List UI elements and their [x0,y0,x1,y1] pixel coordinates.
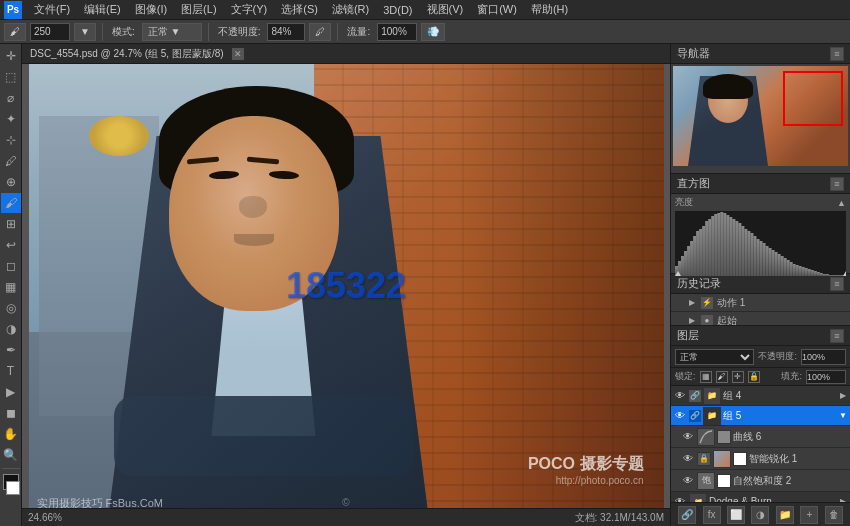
svg-rect-10 [705,221,708,276]
layer-link-btn[interactable]: 🔗 [678,506,696,524]
options-bar: 🖌 ▼ 模式: 正常 ▼ 不透明度: 🖊 流量: 💨 [0,20,850,44]
layer-vis-group4[interactable]: 👁 [673,389,687,403]
pen-tool[interactable]: ✒ [1,340,21,360]
airbrush-btn[interactable]: 💨 [421,23,445,41]
zoom-tool[interactable]: 🔍 [1,445,21,465]
opacity-input[interactable] [267,23,305,41]
menu-3d[interactable]: 3D(D) [377,3,418,17]
layer-mask-btn[interactable]: ⬜ [727,506,745,524]
canvas-content[interactable]: 185322 POCO 摄影专题 http://photo.poco.cn 实用… [22,64,670,508]
menu-select[interactable]: 选择(S) [275,1,324,18]
histogram-menu-btn[interactable]: ≡ [830,177,844,191]
layer-group-btn[interactable]: 📁 [776,506,794,524]
opacity-jitter-btn[interactable]: 🖊 [309,23,331,41]
svg-rect-21 [738,223,741,276]
layer-fx-btn[interactable]: fx [703,506,721,524]
navigator-menu-btn[interactable]: ≡ [830,47,844,61]
dodge-tool[interactable]: ◑ [1,319,21,339]
move-tool[interactable]: ✛ [1,46,21,66]
history-list[interactable]: ▶ ⚡ 动作 1 ▶ ● 起始 ▶ ● scharf ▶ ● auto1 [671,294,850,325]
histogram-content: 亮度 ▲ [671,194,850,269]
spot-heal-tool[interactable]: ⊕ [1,172,21,192]
layer-vis-curve6[interactable]: 👁 [681,430,695,444]
layer-group-5[interactable]: 👁 🔗 📁 组 5 ▼ [671,406,850,426]
layer-vibrance[interactable]: 👁 饱 自然饱和度 2 [671,470,850,492]
layers-menu-btn[interactable]: ≡ [830,329,844,343]
layer-vis-smart1[interactable]: 👁 [681,452,695,466]
history-brush-tool[interactable]: ↩ [1,235,21,255]
layer-curve6[interactable]: 👁 曲线 6 [671,426,850,448]
eraser-tool[interactable]: ◻ [1,256,21,276]
close-tab-btn[interactable]: ✕ [232,48,244,60]
layer-group-4[interactable]: 👁 🔗 📁 组 4 ▶ [671,386,850,406]
histogram-header: 直方图 ≡ [671,174,850,194]
hand-tool[interactable]: ✋ [1,424,21,444]
magic-wand-tool[interactable]: ✦ [1,109,21,129]
navigator-header: 导航器 ≡ [671,44,850,64]
marquee-tool[interactable]: ⬚ [1,67,21,87]
svg-rect-32 [772,250,775,276]
right-eye [268,170,298,180]
blur-tool[interactable]: ◎ [1,298,21,318]
menu-window[interactable]: 窗口(W) [471,1,523,18]
lasso-tool[interactable]: ⌀ [1,88,21,108]
layer-vis-db[interactable]: 👁 [673,495,687,503]
lock-transparent-btn[interactable]: ▦ [700,371,712,383]
eyedropper-tool[interactable]: 🖊 [1,151,21,171]
svg-rect-42 [802,267,805,276]
history-menu-btn[interactable]: ≡ [830,277,844,291]
layer-lock-smart1: 🔒 [697,452,711,466]
layer-vis-group5[interactable]: 👁 [673,409,687,423]
svg-rect-46 [814,271,817,276]
history-item-1[interactable]: ▶ ● 起始 [671,312,850,325]
path-select-tool[interactable]: ▶ [1,382,21,402]
opacity-value-input[interactable] [801,349,846,365]
layer-adjustment-btn[interactable]: ◑ [751,506,769,524]
menu-view[interactable]: 视图(V) [421,1,470,18]
expand-group5[interactable]: ▼ [838,411,848,421]
blend-mode-select[interactable]: 正常 溶解 正片叠底 [675,349,754,365]
flow-input[interactable] [377,23,417,41]
menu-type[interactable]: 文字(Y) [225,1,274,18]
menu-layer[interactable]: 图层(L) [175,1,222,18]
history-item-0[interactable]: ▶ ⚡ 动作 1 [671,294,850,312]
brush-tool[interactable]: 🖌 [1,193,21,213]
menu-filter[interactable]: 滤镜(R) [326,1,375,18]
fill-value-input[interactable] [806,370,846,384]
svg-rect-3 [684,251,687,276]
svg-rect-19 [732,219,735,276]
expand-group4[interactable]: ▶ [838,391,848,401]
type-tool[interactable]: T [1,361,21,381]
menu-edit[interactable]: 编辑(E) [78,1,127,18]
copyright-mark: © [342,497,349,508]
navigator-preview[interactable]: − + [673,66,848,166]
gradient-tool[interactable]: ▦ [1,277,21,297]
canvas-tab-title: DSC_4554.psd @ 24.7% (组 5, 图层蒙版/8) [30,47,224,61]
layers-list[interactable]: 👁 🔗 📁 组 4 ▶ 👁 🔗 📁 组 5 ▼ 👁 [671,386,850,502]
zoom-info: 24.66% [28,512,62,523]
layer-name-smart1: 智能锐化 1 [749,452,847,466]
shape-tool[interactable]: ◼ [1,403,21,423]
layer-new-btn[interactable]: + [800,506,818,524]
lock-brush-btn[interactable]: 🖌 [716,371,728,383]
lock-all-btn[interactable]: 🔒 [748,371,760,383]
histogram-title: 直方图 [677,176,710,191]
brush-preset-btn[interactable]: ▼ [74,23,96,41]
menu-file[interactable]: 文件(F) [28,1,76,18]
photo-container: 185322 POCO 摄影专题 http://photo.poco.cn 实用… [29,64,664,508]
brush-tool-icon[interactable]: 🖌 [4,23,26,41]
layer-delete-btn[interactable]: 🗑 [825,506,843,524]
brush-size-input[interactable] [30,23,70,41]
mode-select[interactable]: 正常 ▼ [142,23,202,41]
layer-smart1[interactable]: 👁 🔒 智能锐化 1 [671,448,850,470]
crop-tool[interactable]: ⊹ [1,130,21,150]
menu-image[interactable]: 图像(I) [129,1,173,18]
layer-name-vibrance: 自然饱和度 2 [733,474,847,488]
lock-move-btn[interactable]: ✛ [732,371,744,383]
background-color[interactable] [6,481,20,495]
clone-tool[interactable]: ⊞ [1,214,21,234]
layer-dodge-burn[interactable]: 👁 📁 Dodge & Burn ▶ [671,492,850,502]
layer-vis-vibrance[interactable]: 👁 [681,474,695,488]
menu-help[interactable]: 帮助(H) [525,1,574,18]
svg-rect-20 [735,221,738,276]
